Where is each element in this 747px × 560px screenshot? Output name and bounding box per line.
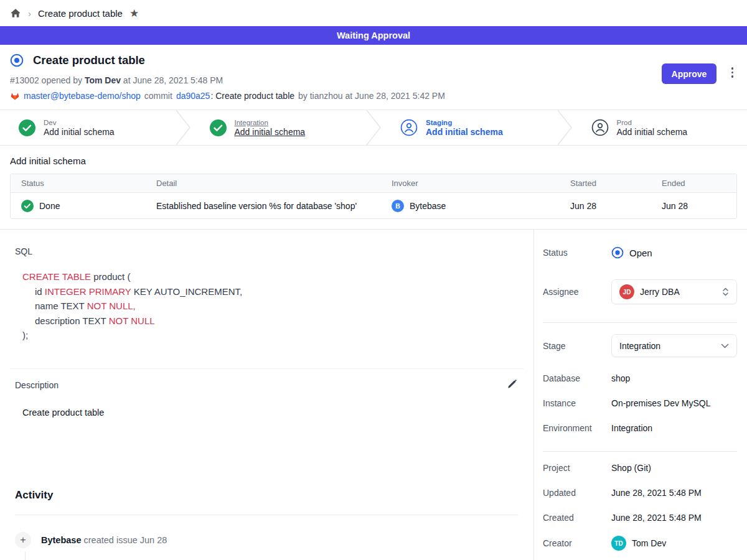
stage-integration[interactable]: IntegrationAdd initial schema (191, 110, 366, 145)
instance-label: Instance (543, 398, 611, 408)
commit-message: : Create product table (210, 91, 294, 101)
database-label: Database (543, 373, 611, 383)
selector-updown-icon (722, 287, 729, 297)
check-circle-icon (19, 119, 35, 136)
stage-separator (365, 110, 382, 145)
sql-code-block[interactable]: CREATE TABLE product ( id INTEGER PRIMAR… (22, 269, 519, 343)
environment-label: Environment (543, 423, 611, 433)
divider (543, 322, 737, 323)
approval-banner: Waiting Approval (0, 26, 747, 45)
description-text[interactable]: Create product table (22, 408, 519, 418)
person-circle-icon (400, 119, 418, 136)
breadcrumb: › Create product table ★ (0, 0, 747, 26)
database-value[interactable]: shop (611, 373, 630, 383)
stage-task-label: Add initial schema (617, 127, 688, 137)
updated-value: June 28, 2021 5:48 PM (611, 488, 702, 498)
task-table-header: Status Detail Invoker Started Ended (11, 174, 736, 192)
edit-pencil-icon[interactable] (505, 378, 519, 393)
stage-env-label: Integration (235, 119, 306, 126)
issue-open-icon (10, 54, 24, 67)
stage-separator (557, 110, 573, 145)
task-started: Jun 28 (570, 201, 596, 211)
issue-detail-panel: SQL CREATE TABLE product ( id INTEGER PR… (0, 230, 534, 560)
commit-info: master@bytebase-demo/shop commit da90a25… (10, 91, 737, 101)
stage-prod[interactable]: ProdAdd initial schema (573, 110, 747, 145)
stage-env-label: Prod (617, 119, 688, 126)
task-section-title: Add initial schema (10, 156, 737, 166)
person-circle-icon (591, 119, 609, 136)
stage-dev[interactable]: DevAdd initial schema (0, 110, 175, 145)
creator-avatar: TD (611, 536, 626, 551)
col-detail: Detail (146, 179, 381, 188)
task-invoker: Bytebase (410, 201, 446, 211)
plus-icon: + (15, 532, 31, 548)
task-ended: Jun 28 (662, 201, 688, 211)
col-status: Status (11, 179, 146, 188)
task-detail: Established baseline version %s for data… (156, 201, 357, 211)
issue-meta: #13002 opened by Tom Dev at June 28, 202… (10, 75, 737, 85)
task-section: Add initial schema Status Detail Invoker… (0, 146, 747, 229)
activity-item: + Bytebase created issue Jun 28 (15, 532, 519, 548)
sql-section-label: SQL (15, 246, 519, 256)
assignee-select[interactable]: JD Jerry DBA (611, 279, 737, 304)
stage-env-label: Staging (426, 119, 503, 126)
bytebase-avatar: B (392, 200, 404, 212)
stage-value: Integration (619, 341, 715, 351)
approve-button[interactable]: Approve (662, 63, 716, 84)
activity-timeline-line (25, 552, 519, 560)
gitlab-icon (10, 91, 20, 101)
chevron-down-icon (721, 343, 729, 348)
status-value: Open (629, 248, 652, 258)
stage-label: Stage (543, 341, 611, 351)
assignee-value: Jerry DBA (640, 287, 716, 297)
stage-env-label: Dev (44, 119, 115, 126)
home-icon[interactable] (10, 7, 21, 19)
task-status: Done (39, 201, 60, 211)
breadcrumb-chevron-icon: › (28, 8, 31, 19)
commit-author-date: by tianzhou at June 28, 2021 5:42 PM (298, 91, 445, 101)
divider (10, 368, 524, 369)
status-open-icon (611, 246, 624, 259)
divider (15, 515, 519, 515)
col-started: Started (560, 179, 651, 188)
issue-author: Tom Dev (85, 75, 121, 85)
assignee-label: Assignee (543, 287, 611, 297)
check-circle-icon (210, 119, 227, 136)
col-ended: Ended (651, 179, 736, 188)
activity-action: created issue Jun 28 (81, 535, 167, 545)
creator-label: Creator (543, 538, 611, 548)
stage-staging[interactable]: StagingAdd initial schema (382, 110, 557, 145)
check-circle-icon (21, 200, 34, 212)
project-value[interactable]: Shop (Git) (611, 463, 651, 473)
activity-title: Activity (15, 489, 519, 502)
divider (543, 451, 737, 452)
issue-sidebar: Status Open Assignee JD Jerry DBA Stage (534, 230, 747, 560)
created-label: Created (543, 513, 611, 523)
pipeline-stage-bar: DevAdd initial schema IntegrationAdd ini… (0, 110, 747, 146)
creator-value: Tom Dev (632, 538, 666, 548)
approval-banner-text: Waiting Approval (337, 30, 410, 40)
more-options-icon[interactable] (729, 65, 736, 80)
issue-header: Create product table #13002 opened by To… (0, 45, 747, 110)
instance-value[interactable]: On-premises Dev MySQL (611, 398, 710, 408)
commit-hash-link[interactable]: da90a25 (176, 91, 210, 101)
issue-title: Create product table (33, 54, 145, 67)
project-label: Project (543, 463, 611, 473)
commit-branch-link[interactable]: master@bytebase-demo/shop (24, 91, 141, 101)
table-row[interactable]: Done Established baseline version %s for… (11, 192, 736, 218)
environment-value: Integration (611, 423, 652, 433)
assignee-avatar: JD (619, 284, 634, 299)
col-invoker: Invoker (381, 179, 560, 188)
breadcrumb-page-title[interactable]: Create product table (38, 8, 123, 19)
favorite-star-icon[interactable]: ★ (129, 8, 139, 19)
stage-task-label: Add initial schema (426, 127, 503, 137)
created-value: June 28, 2021 5:48 PM (611, 513, 702, 523)
stage-select[interactable]: Integration (611, 334, 737, 357)
description-label: Description (15, 380, 59, 390)
activity-author: Bytebase (41, 535, 81, 545)
task-table: Status Detail Invoker Started Ended Done… (10, 174, 737, 219)
stage-separator (175, 110, 191, 145)
status-label: Status (543, 248, 611, 258)
commit-word: commit (144, 91, 172, 101)
stage-task-label: Add initial schema (44, 127, 115, 137)
